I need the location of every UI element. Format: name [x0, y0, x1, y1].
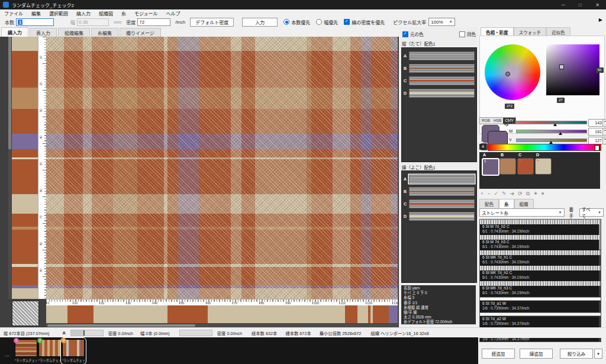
tab-4[interactable]: 織りイメージ: [120, 28, 161, 37]
same-color-checkbox[interactable]: [459, 31, 465, 37]
palette-swatch-1[interactable]: 1: [482, 158, 499, 176]
pattern-thumbnail-1[interactable]: 1*ランダムチェック: [15, 339, 37, 363]
slider-marker-C[interactable]: [553, 123, 557, 126]
yarn-list-item[interactable]: 6 St MK 7d_h3 C6/1 : 0.7430mm : 34.19/in…: [480, 281, 601, 297]
warp-color-strip[interactable]: [46, 305, 398, 323]
yarn-list-item[interactable]: 6 St M 7d_h2 C6/1 : 0.7430mm : 34.19/inc…: [480, 220, 601, 235]
slider-spinner-M[interactable]: ▴▾: [602, 128, 606, 136]
menu-item-0[interactable]: ファイル: [0, 10, 27, 17]
menu-item-4[interactable]: 組織図: [95, 10, 117, 17]
weft-color-row-A[interactable]: A: [404, 174, 475, 183]
color-wheel-marker[interactable]: [505, 72, 510, 76]
yarn-list-item[interactable]: 6 St 7d_a2 W1/6 : 0.7390mm : 34.37/inch: [480, 312, 601, 327]
yarn-list-item[interactable]: 6 St MK 7d_h2 C6/1 : 0.7430mm : 34.19/in…: [480, 266, 601, 281]
diamond-icon[interactable]: ✦: [533, 191, 538, 197]
hue-bar[interactable]: [488, 144, 601, 151]
dropdown-icon[interactable]: ▾: [541, 191, 544, 197]
yarn-list-item[interactable]: 6 St 7d_a1 W1/6 : 0.7390mm : 34.37/inch: [480, 297, 601, 312]
slider-value-M[interactable]: 161: [588, 128, 604, 136]
yarn-tab-0[interactable]: 配色: [479, 199, 499, 209]
minimize-button[interactable]: ─: [555, 0, 572, 9]
stripe-density-checkbox[interactable]: [344, 19, 350, 25]
maximize-button[interactable]: □: [572, 0, 589, 9]
yarn-list-item[interactable]: 6 St MK 7d_h1 C6/1 : 0.7430mm : 34.19/in…: [480, 250, 601, 266]
yarn-band-preview[interactable]: [409, 89, 475, 98]
yarn-list-item[interactable]: 6 St M 7d_h3 C6/1 : 0.7430mm : 34.19/inc…: [480, 235, 601, 250]
default-density-button[interactable]: デフォルト密度: [190, 18, 234, 27]
slider-track-M[interactable]: [516, 130, 587, 133]
tab-2[interactable]: 組織編集: [58, 28, 90, 37]
copy-icon[interactable]: ⧉: [526, 191, 530, 197]
yarn-list[interactable]: 6 St M 7d_h2 C6/1 : 0.7430mm : 34.19/inc…: [479, 219, 601, 342]
warp-color-row-B[interactable]: B: [404, 63, 475, 73]
menu-item-1[interactable]: 編集: [27, 10, 45, 17]
count-input[interactable]: 1: [16, 18, 54, 26]
slider-spinner-Y[interactable]: ▴▾: [602, 137, 606, 144]
yarn-tab-1[interactable]: 糸: [499, 199, 514, 209]
yarn-band-preview[interactable]: [409, 187, 475, 196]
warp-color-row-C[interactable]: C: [404, 76, 475, 85]
yarn-band-preview[interactable]: [409, 76, 475, 85]
menu-item-6[interactable]: モジュール: [130, 10, 162, 17]
filter-dropdown-button[interactable]: ▼: [594, 349, 602, 359]
close-button[interactable]: ✕: [589, 0, 606, 9]
menu-item-7[interactable]: ヘルプ: [162, 10, 184, 17]
corner-weave-swatch[interactable]: [12, 301, 39, 326]
color-wheel[interactable]: [485, 44, 540, 100]
add-weft-button[interactable]: 緯追加: [520, 349, 553, 359]
input-button[interactable]: 入力: [242, 18, 278, 27]
yarn-tab-2[interactable]: 組織: [514, 199, 534, 209]
slider-value-C[interactable]: 143: [588, 119, 604, 127]
plus-icon[interactable]: +: [481, 191, 483, 197]
menu-item-2[interactable]: 選択範囲: [45, 10, 72, 17]
minus-icon[interactable]: −: [487, 191, 490, 197]
sb-marker[interactable]: [559, 65, 564, 69]
refresh-icon[interactable]: ⟳: [518, 191, 523, 197]
pencil-icon[interactable]: ✎: [502, 191, 507, 197]
tab-3[interactable]: 糸編集: [91, 28, 118, 37]
weft-color-row-C[interactable]: C: [404, 199, 475, 208]
menu-item-3[interactable]: 縞入力: [72, 10, 95, 17]
toolbar-overflow-arrow-icon[interactable]: ▶: [599, 17, 602, 22]
tab-0[interactable]: 縞入力: [1, 27, 28, 37]
yarn-type-select[interactable]: ストレート糸▼: [479, 208, 565, 217]
original-color-checkbox[interactable]: [402, 31, 408, 37]
count-priority-radio[interactable]: [283, 19, 289, 25]
color-mode-rgb[interactable]: RGB: [480, 118, 492, 124]
warp-color-row-D[interactable]: D: [404, 88, 475, 98]
yarn-band-preview[interactable]: [409, 64, 475, 73]
fabric-canvas[interactable]: [46, 37, 398, 299]
yarn-band-preview[interactable]: [409, 199, 475, 208]
check-icon[interactable]: ✓: [494, 191, 499, 197]
pattern-thumbnail-2[interactable]: 2*ランダムチェッ...: [38, 339, 61, 363]
left-strip-scrollbar[interactable]: [8, 37, 11, 299]
tab-1[interactable]: 表入力: [30, 28, 57, 37]
yarn-band-preview[interactable]: [409, 175, 475, 183]
yarn-band-preview[interactable]: [409, 212, 475, 221]
thumbnail-bar-grip[interactable]: —: [5, 353, 9, 358]
yarn-band-preview[interactable]: [409, 51, 475, 60]
weft-color-strip[interactable]: [12, 37, 38, 299]
slider-track-C[interactable]: [516, 121, 587, 124]
weft-color-row-D[interactable]: D: [404, 211, 475, 221]
density-input[interactable]: 72: [137, 18, 170, 26]
hue-bar-marker[interactable]: [595, 145, 599, 151]
width-input: 0.35: [77, 18, 109, 26]
pattern-thumbnail-3[interactable]: 3*ランダムチェッ2: [62, 339, 85, 363]
menu-item-5[interactable]: 糸: [117, 10, 130, 17]
saturation-brightness-square[interactable]: [546, 44, 599, 95]
warp-color-row-A[interactable]: A: [404, 51, 475, 60]
weft-color-row-B[interactable]: B: [404, 186, 475, 196]
slider-marker-M[interactable]: [559, 132, 562, 135]
add-warp-button[interactable]: 経追加: [482, 349, 515, 359]
filter-button[interactable]: 絞り込み: [560, 349, 593, 359]
palette-swatch-4[interactable]: 4: [535, 158, 552, 175]
color-mode-hsb[interactable]: HSB: [492, 118, 503, 124]
arrow-right-icon[interactable]: ➜: [510, 191, 515, 197]
palette-swatch-3[interactable]: 3: [517, 158, 534, 175]
width-priority-radio[interactable]: [316, 19, 322, 25]
pixel-zoom-select[interactable]: 100%▼: [428, 18, 454, 26]
slider-spinner-C[interactable]: ▴▾: [602, 119, 606, 127]
palette-swatch-2[interactable]: 2: [499, 158, 516, 175]
count-filter-select[interactable]: すべて▼: [579, 208, 604, 217]
